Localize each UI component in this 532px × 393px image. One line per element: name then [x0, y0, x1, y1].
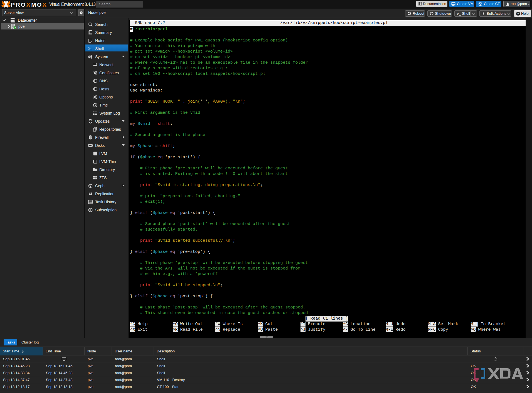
svg-text:?: ?: [517, 12, 519, 15]
